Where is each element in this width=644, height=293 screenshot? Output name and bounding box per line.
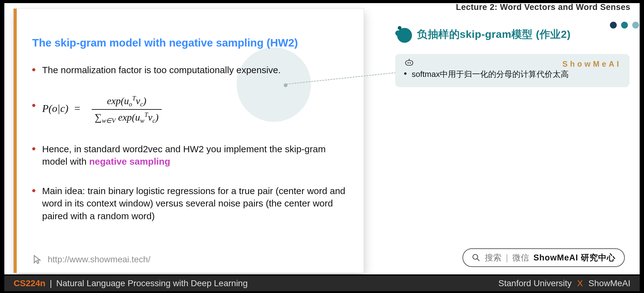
formula: P(o|c) = exp(uoTvc) ∑w∈V exp(uwTvc) (42, 93, 162, 126)
footer-x: X (577, 278, 583, 288)
stage: Lecture 2: Word Vectors and Word Senses … (4, 3, 640, 274)
note-bullet-dot: • (404, 69, 407, 80)
bullet-dot-icon (32, 147, 35, 150)
svg-rect-0 (405, 60, 413, 65)
slide-accent-bar (14, 9, 17, 273)
search-pill[interactable]: 搜索 | 微信 ShowMeAI 研究中心 (462, 248, 625, 267)
svg-point-4 (409, 59, 410, 60)
bullet-dot-icon (32, 68, 35, 71)
footer-pipe: | (50, 278, 52, 288)
slide-body: The skip-gram model with negative sampli… (32, 37, 351, 239)
bullet-formula: P(o|c) = exp(uoTvc) ∑w∈V exp(uwTvc) (32, 93, 351, 126)
formula-denominator: ∑w∈V exp(uwTvc) (92, 110, 162, 126)
formula-fraction: exp(uoTvc) ∑w∈V exp(uwTvc) (92, 93, 162, 126)
svg-line-6 (477, 259, 479, 261)
cn-title-row: 负抽样的skip-gram模型 (作业2) (395, 26, 631, 43)
bullet-3-pre: Hence, in standard word2vec and HW2 you … (42, 144, 326, 167)
svg-point-2 (410, 62, 411, 64)
bullet-1: The normalization factor is too computat… (32, 64, 351, 77)
bullet-3-em: negative sampling (89, 156, 170, 166)
section-icon (395, 26, 412, 43)
course-code: CS224n (14, 278, 46, 288)
search-wechat: 微信 (512, 252, 529, 263)
lecture-header: Lecture 2: Word Vectors and Word Senses (456, 2, 630, 12)
search-icon (472, 253, 480, 262)
cn-title: 负抽样的skip-gram模型 (作业2) (417, 27, 571, 42)
source-link[interactable]: http://www.showmeai.tech/ (32, 254, 150, 265)
bullet-dot-icon (32, 189, 35, 192)
footer-right: Stanford University X ShowMeAI (498, 278, 630, 288)
right-column: 负抽样的skip-gram模型 (作业2) ShowMeAI • softmax… (395, 26, 631, 87)
note-bullet: • softmax中用于归一化的分母的计算代价太高 (404, 69, 621, 80)
note-card: ShowMeAI • softmax中用于归一化的分母的计算代价太高 (395, 54, 629, 87)
bullet-list: The normalization factor is too computat… (32, 64, 351, 222)
bullet-dot-icon (32, 104, 35, 107)
bullet-4: Main idea: train binary logistic regress… (32, 185, 351, 223)
slide-title: The skip-gram model with negative sampli… (32, 37, 351, 49)
slide-card: The skip-gram model with negative sampli… (14, 9, 364, 273)
bullet-3-text: Hence, in standard word2vec and HW2 you … (42, 143, 351, 168)
bullet-3: Hence, in standard word2vec and HW2 you … (32, 143, 351, 168)
note-bullet-text: softmax中用于归一化的分母的计算代价太高 (412, 69, 569, 80)
cursor-icon (32, 254, 43, 265)
footer-uni: Stanford University (498, 278, 572, 288)
showmeai-tag: ShowMeAI (563, 60, 621, 69)
bullet-4-text: Main idea: train binary logistic regress… (42, 185, 351, 223)
bullet-1-text: The normalization factor is too computat… (42, 64, 281, 77)
robot-icon (404, 59, 414, 66)
footer-bar: CS224n | Natural Language Processing wit… (4, 276, 640, 291)
svg-point-5 (473, 255, 478, 260)
footer-org: ShowMeAI (589, 278, 630, 288)
search-strong: ShowMeAI 研究中心 (533, 252, 616, 263)
source-link-text: http://www.showmeai.tech/ (48, 255, 150, 264)
svg-point-1 (407, 62, 409, 64)
search-sep: | (506, 253, 508, 263)
course-title: Natural Language Processing with Deep Le… (56, 278, 248, 288)
formula-numerator: exp(uoTvc) (104, 93, 149, 109)
search-hint: 搜索 (485, 252, 502, 263)
footer-left: CS224n | Natural Language Processing wit… (14, 278, 248, 288)
